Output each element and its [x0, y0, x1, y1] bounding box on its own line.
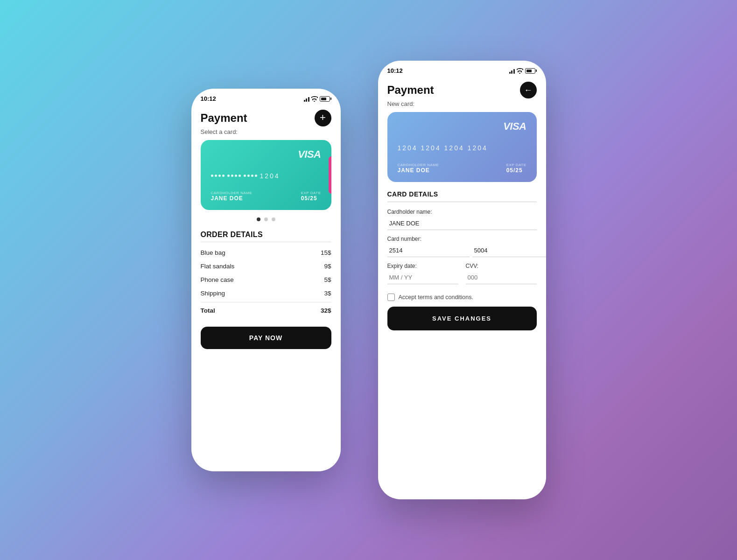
- right-page-header: Payment: [378, 77, 546, 100]
- expiry-section-left: EXP DATE 05/25: [301, 191, 321, 202]
- card-number-right: 1204 1204 1204 1204: [398, 144, 526, 152]
- right-page-title: Payment: [387, 84, 434, 97]
- left-page-title: Payment: [201, 112, 247, 125]
- left-time: 10:12: [201, 95, 216, 102]
- expiry-section-right: EXP DATE 05/25: [506, 163, 526, 174]
- dot-3: [272, 217, 275, 221]
- left-page-header: Payment: [191, 105, 341, 128]
- cardholder-label-right: CARDHOLDER NAME: [398, 163, 439, 167]
- order-item-4-price: 3$: [324, 290, 331, 297]
- order-item-2-name: Flat sandals: [201, 263, 235, 270]
- right-subtitle: New card:: [378, 100, 546, 112]
- card-number-input-2[interactable]: [472, 244, 546, 257]
- expiry-label-left: EXP DATE: [301, 191, 321, 195]
- form-divider: [387, 202, 537, 202]
- order-item-3: Phone case 5$: [201, 273, 331, 287]
- card-network-right: VISA: [398, 120, 526, 133]
- expiry-value-left: 05/25: [301, 195, 321, 202]
- order-list: Blue bag 15$ Flat sandals 9$ Phone case …: [191, 242, 341, 321]
- card-number-form-group: Card number:: [387, 236, 537, 257]
- cardholder-section-right: CARDHOLDER NAME JANE DOE: [398, 163, 439, 174]
- card-tab: [329, 156, 331, 194]
- order-total: Total 32$: [201, 302, 331, 317]
- dot-1: [257, 217, 260, 221]
- order-item-4: Shipping 3$: [201, 287, 331, 300]
- wifi-icon: [311, 96, 318, 102]
- terms-label: Accept terms and conditions.: [399, 294, 474, 301]
- order-item-4-name: Shipping: [201, 290, 225, 297]
- expiry-form-label: Expiry date:: [387, 263, 458, 269]
- left-subtitle: Select a card:: [191, 128, 341, 140]
- expiry-value-right: 05/25: [506, 167, 526, 174]
- save-changes-button[interactable]: SAVE CHANGES: [387, 307, 537, 330]
- card-number-inputs: [387, 244, 537, 257]
- card-details-section: CARD DETAILS Cardholder name: Card numbe…: [378, 187, 546, 290]
- cardholder-form-group: Cardholder name:: [387, 209, 537, 230]
- right-status-icons: [509, 68, 537, 74]
- dot-group-1: [211, 175, 225, 177]
- right-battery-icon: [525, 68, 537, 74]
- order-item-1: Blue bag 15$: [201, 246, 331, 259]
- card-number-form-label: Card number:: [387, 236, 537, 242]
- signal-icon: [304, 96, 309, 102]
- right-card-carousel: VISA 1204 1204 1204 1204 CARDHOLDER NAME…: [378, 112, 546, 182]
- back-button[interactable]: [520, 82, 537, 98]
- expiry-label-right: EXP DATE: [506, 163, 526, 167]
- order-item-3-name: Phone case: [201, 276, 234, 283]
- right-wifi-icon: [517, 68, 523, 74]
- order-item-3-price: 5$: [324, 276, 331, 283]
- right-signal-icon: [509, 68, 515, 74]
- cardholder-label-left: CARDHOLDER NAME: [211, 191, 253, 195]
- add-card-button[interactable]: [315, 110, 331, 126]
- expiry-form-group: Expiry date:: [387, 263, 458, 284]
- dot-2: [264, 217, 268, 221]
- order-item-2: Flat sandals 9$: [201, 259, 331, 273]
- credit-card-green[interactable]: VISA 1204 CARDHOLDER NAME JANE DOE: [201, 140, 331, 210]
- cvv-form-label: CVV:: [466, 263, 537, 269]
- cardholder-section-left: CARDHOLDER NAME JANE DOE: [211, 191, 253, 202]
- cvv-form-group: CVV:: [466, 263, 537, 284]
- card-network-left: VISA: [211, 148, 321, 161]
- dot-group-2: [227, 175, 241, 177]
- right-time: 10:12: [387, 67, 403, 74]
- cardholder-value-right: JANE DOE: [398, 167, 439, 174]
- card-number-dots: 1204: [211, 172, 321, 180]
- cardholder-value-left: JANE DOE: [211, 195, 253, 202]
- left-status-icons: [304, 96, 331, 102]
- order-item-1-price: 15$: [321, 249, 331, 256]
- order-total-value: 32$: [321, 307, 331, 314]
- credit-card-blue[interactable]: VISA 1204 1204 1204 1204 CARDHOLDER NAME…: [387, 112, 537, 182]
- expiry-input[interactable]: [387, 271, 458, 284]
- card-last4-left: 1204: [260, 172, 280, 180]
- order-section-title: ORDER DETAILS: [191, 227, 341, 242]
- right-status-bar: 10:12: [378, 61, 546, 77]
- cvv-input[interactable]: [466, 271, 537, 284]
- left-status-bar: 10:12: [191, 89, 341, 105]
- dot-group-3: [244, 175, 257, 177]
- terms-checkbox[interactable]: [387, 294, 395, 301]
- order-item-2-price: 9$: [324, 263, 331, 270]
- pay-button[interactable]: PAY NOW: [201, 327, 331, 349]
- cardholder-input[interactable]: [387, 217, 537, 230]
- left-phone: 10:12 Payment Select a card: VISA: [191, 89, 341, 471]
- card-details-title: CARD DETAILS: [387, 190, 537, 202]
- carousel-dots: [191, 215, 341, 227]
- card-bottom-right: CARDHOLDER NAME JANE DOE EXP DATE 05/25: [398, 163, 526, 174]
- right-phone: 10:12 Payment New card: VISA 1204 1204 1…: [378, 61, 546, 499]
- order-item-1-name: Blue bag: [201, 249, 225, 256]
- expiry-cvv-row: Expiry date: CVV:: [387, 263, 537, 290]
- order-total-label: Total: [201, 307, 215, 314]
- cardholder-form-label: Cardholder name:: [387, 209, 537, 215]
- card-number-input-1[interactable]: [387, 244, 470, 257]
- battery-icon: [320, 96, 331, 102]
- terms-row: Accept terms and conditions.: [378, 290, 546, 307]
- card-bottom-left: CARDHOLDER NAME JANE DOE EXP DATE 05/25: [211, 191, 321, 202]
- card-carousel: VISA 1204 CARDHOLDER NAME JANE DOE: [191, 140, 341, 210]
